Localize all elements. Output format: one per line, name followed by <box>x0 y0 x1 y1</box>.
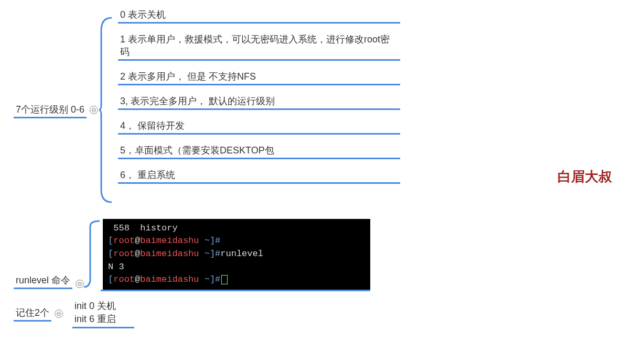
term-line-3: [root@baimeidashu ~]#runlevel <box>108 248 365 261</box>
label-7runlevels: 7个运行级别 0-6 <box>14 102 87 118</box>
branch1-left: 7个运行级别 0-6 ⊖ <box>10 5 99 215</box>
term-line-5: [root@baimeidashu ~]# <box>108 273 365 286</box>
branch-runlevel-cmd: runlevel 命令 ⊖ 558 history [root@baimeida… <box>10 218 623 291</box>
term-line-4: N 3 <box>108 261 365 274</box>
toggle-button-1[interactable]: ⊖ <box>90 106 98 114</box>
watermark-logo: 白眉大叔 <box>557 168 612 186</box>
level-5: 5，卓面模式（需要安装DESKTOP包 <box>118 143 400 159</box>
terminal-block: 558 history [root@baimeidashu ~]# [root@… <box>103 219 370 290</box>
toggle-button-3[interactable]: ⊖ <box>55 310 63 318</box>
terminal-wrapper: 558 history [root@baimeidashu ~]# [root@… <box>101 219 370 291</box>
level-6: 6， 重启系统 <box>118 168 400 184</box>
brace-icon <box>99 5 112 215</box>
term-line-1: 558 history <box>108 222 365 235</box>
init-0-line: init 0 关机 <box>74 300 132 313</box>
cursor-icon <box>221 275 228 284</box>
connector-line-1 <box>84 218 100 291</box>
branch-runlevels: 7个运行级别 0-6 ⊖ 0 表示关机 1 表示单用户，救援模式，可以无密码进入… <box>10 5 623 215</box>
label-runlevel-cmd: runlevel 命令 <box>14 273 72 289</box>
init-6-line: init 6 重启 <box>74 313 132 326</box>
level-1: 1 表示单用户，救援模式，可以无密码进入系统，进行修改root密码 <box>118 32 400 61</box>
label-remember2: 记住2个 <box>14 305 51 322</box>
branch-remember2: 记住2个 ⊖ init 0 关机 init 6 重启 <box>10 299 623 328</box>
level-4: 4， 保留待开发 <box>118 118 400 135</box>
init-commands: init 0 关机 init 6 重启 <box>72 299 134 328</box>
term-line-2: [root@baimeidashu ~]# <box>108 235 365 248</box>
runlevel-list: 0 表示关机 1 表示单用户，救援模式，可以无密码进入系统，进行修改root密码… <box>115 5 403 215</box>
level-0: 0 表示关机 <box>118 7 400 24</box>
level-3: 3, 表示完全多用户， 默认的运行级别 <box>118 94 400 110</box>
level-2: 2 表示多用户， 但是 不支持NFS <box>118 69 400 85</box>
toggle-button-2[interactable]: ⊖ <box>76 280 84 288</box>
